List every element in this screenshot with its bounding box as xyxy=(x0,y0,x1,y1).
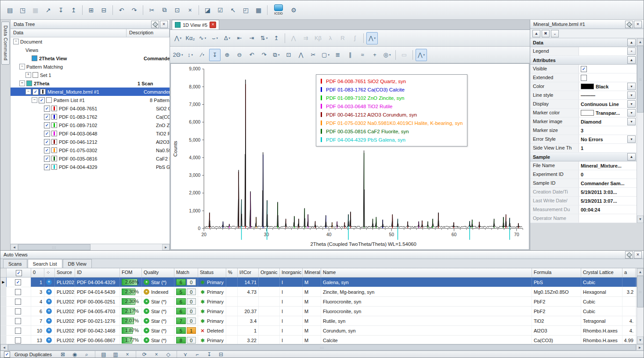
row-checkbox[interactable] xyxy=(15,318,21,324)
paste-view-icon[interactable]: ⊡ xyxy=(283,49,294,61)
icdd-button[interactable]: ICDD xyxy=(270,3,287,18)
pin-icon[interactable] xyxy=(625,251,633,259)
export-icon[interactable]: ↧ xyxy=(204,351,214,358)
col-header-a[interactable]: a xyxy=(622,268,636,277)
search-list-vertical-scrollbar[interactable]: ▲ ::: ▼ xyxy=(637,268,644,344)
scroll-up-arrow[interactable]: ▲ xyxy=(637,38,644,46)
prop-checkbox[interactable] xyxy=(581,75,587,81)
pointer-icon[interactable]: ↖ xyxy=(227,4,239,16)
tab-close-icon[interactable]: × xyxy=(210,22,216,28)
prop-value[interactable]: 1 xyxy=(579,144,637,152)
checkbox-tool-icon[interactable]: ☑ xyxy=(214,4,226,16)
col-header-iicor[interactable]: I/ICor xyxy=(238,268,259,277)
col-header-marker[interactable] xyxy=(0,268,7,277)
row-checkbox[interactable] xyxy=(15,337,21,343)
overlay-icon[interactable]: ≣ xyxy=(332,49,344,61)
result-row[interactable]: 7+PLU2021PDF 00-021-12762.07%✶Star (*)70… xyxy=(0,316,637,326)
peak-fit-icon[interactable]: Δ xyxy=(221,32,233,44)
background-subtract-icon[interactable]: ⌣ xyxy=(209,32,221,44)
table-view-icon[interactable]: ▦ xyxy=(253,4,264,16)
tree-row[interactable]: ✓PDF 01-083-1762Ca(CO3) Calcite xyxy=(11,113,170,121)
tree-checkbox[interactable]: ✓ xyxy=(39,97,45,103)
flip-axis-icon[interactable]: ⋎ xyxy=(180,351,191,358)
scroll-left-arrow[interactable]: ◄ xyxy=(11,244,18,250)
strip-kalpha2-icon[interactable]: Kα₂ xyxy=(185,32,196,44)
insert-icon[interactable]: ◇ xyxy=(163,351,174,358)
result-row[interactable]: 13+PLU2021PDF 00-066-08671.77%✶Star (*)8… xyxy=(0,336,637,344)
result-row[interactable]: 4+PLU2021PDF 00-006-02512.30%✶Star (*)60… xyxy=(0,297,637,307)
prop-section-attributes[interactable]: Attributes▲ xyxy=(530,56,637,65)
settings-icon[interactable]: ⚙ xyxy=(288,4,300,16)
print-icon[interactable]: ⊟ xyxy=(98,4,110,16)
prop-value[interactable]: 0 xyxy=(579,170,637,179)
copy-icon[interactable]: ⧉ xyxy=(159,4,170,16)
clear-list-icon[interactable]: × xyxy=(122,351,133,358)
tree-row[interactable]: ✓PDF 04-008-7651SiO2 Quartz, syn xyxy=(11,104,170,113)
prop-value[interactable] xyxy=(579,73,637,82)
scroll-down-arrow[interactable]: ▼ xyxy=(637,336,644,344)
tree-row[interactable]: ✓PDF 00-046-1212Al2O3 Corundum, sy xyxy=(11,138,170,146)
annotate-icon[interactable]: ▢ xyxy=(320,49,331,61)
tree-checkbox[interactable]: ✓ xyxy=(44,164,50,170)
tab-1d-view[interactable]: 1D View #5 × xyxy=(172,20,219,29)
delete-icon[interactable]: × xyxy=(184,4,196,16)
scrollbar-thumb[interactable]: ::: xyxy=(18,244,90,250)
dropdown-button[interactable]: ▾ xyxy=(627,100,636,108)
curve-select-icon[interactable]: ↧ xyxy=(209,49,221,61)
col-header-srcicon[interactable]: ⁘ xyxy=(44,268,55,277)
refresh-icon[interactable]: ⟳ xyxy=(139,351,150,358)
prop-value[interactable]: 5/19/2011 3:07... xyxy=(579,197,637,205)
add-button[interactable]: + xyxy=(627,47,636,55)
tree-checkbox[interactable]: ✓ xyxy=(44,114,50,120)
report-icon[interactable]: ▤ xyxy=(98,351,109,358)
row-checkbox[interactable] xyxy=(15,308,21,314)
col-header-lattice[interactable]: Crystal Lattice xyxy=(581,268,622,277)
tree-expander-icon[interactable]: − xyxy=(25,89,31,95)
prop-value[interactable]: No Errors▾ xyxy=(579,135,637,143)
tree-checkbox[interactable]: ✓ xyxy=(44,156,50,162)
undo-zoom-icon[interactable]: ↶ xyxy=(246,49,257,61)
result-row[interactable]: 3+PLU2021PDF 04-014-54392.30%✶Indexed50✱… xyxy=(0,287,637,297)
section-collapse-button[interactable]: ▲ xyxy=(627,56,636,64)
pin-icon[interactable] xyxy=(625,21,633,28)
col-header-match[interactable]: Match xyxy=(174,268,198,277)
peak-list-icon[interactable]: ⋀ xyxy=(366,32,378,44)
tree-row[interactable]: ✓PDF 00-035-0816CaF2 Fluorite, syn xyxy=(11,154,170,163)
print-list-icon[interactable]: ⊟ xyxy=(216,351,226,358)
dropdown-button[interactable]: ▾ xyxy=(627,109,636,117)
col-header-name[interactable]: Name xyxy=(321,268,532,277)
import-append-icon[interactable]: ↥ xyxy=(68,4,80,16)
tree-expander-icon[interactable]: + xyxy=(25,72,31,78)
zoom-out-icon[interactable]: ⊖ xyxy=(234,49,245,61)
zoom-in-icon[interactable]: ⊕ xyxy=(221,49,233,61)
tree-row[interactable]: ✓PDF 01-089-7102ZnO Zincite, syn xyxy=(11,121,170,129)
close-icon[interactable]: ✕ xyxy=(634,251,642,259)
pin-icon[interactable] xyxy=(151,21,159,28)
prop-dropdown-button[interactable]: ⌄ xyxy=(551,30,559,37)
select-all-checkbox[interactable]: ✓ xyxy=(16,270,22,276)
result-row[interactable]: 10+PLU2021PDF 00-042-14681.87%✶Star (*)5… xyxy=(0,326,637,336)
columns-icon[interactable]: ∥ xyxy=(344,49,356,61)
col-header-fom[interactable]: FOM xyxy=(120,268,142,277)
col-header-formula[interactable]: Formula xyxy=(532,268,581,277)
tree-checkbox[interactable]: ✓ xyxy=(44,131,50,137)
tab-search-list[interactable]: Search List xyxy=(28,259,62,268)
col-header-mineral[interactable]: Mineral xyxy=(303,268,321,277)
prop-value[interactable]: ✓ xyxy=(579,65,637,73)
properties-vertical-scrollbar[interactable]: ▲ ::: ▼ xyxy=(637,38,644,223)
row-checkbox[interactable] xyxy=(15,328,21,334)
marker-tool-icon[interactable]: ↕ xyxy=(185,49,196,61)
new-document-icon[interactable]: ▤ xyxy=(4,4,16,16)
row-checkbox[interactable]: ✓ xyxy=(15,279,21,285)
extend-right-icon[interactable]: ⇥ xyxy=(246,32,257,44)
result-row[interactable]: ▶✓1+PLU2021PDF 04-004-43292.68%✶Star (*)… xyxy=(0,278,637,287)
prop-value[interactable]: Continuous Line▾ xyxy=(579,100,637,108)
tree-checkbox[interactable]: ✓ xyxy=(44,122,50,128)
prop-value[interactable]: Commander Sam... xyxy=(579,179,637,187)
tree-row[interactable]: −Document xyxy=(11,37,170,46)
scrollbar-thumb[interactable]: ::: xyxy=(637,276,644,307)
export-graphic-icon[interactable]: ◳ xyxy=(17,4,29,16)
col-header-source[interactable]: Source xyxy=(55,268,75,277)
crosshair-icon[interactable]: + xyxy=(369,49,380,61)
scroll-down-arrow[interactable]: ▼ xyxy=(637,216,644,223)
